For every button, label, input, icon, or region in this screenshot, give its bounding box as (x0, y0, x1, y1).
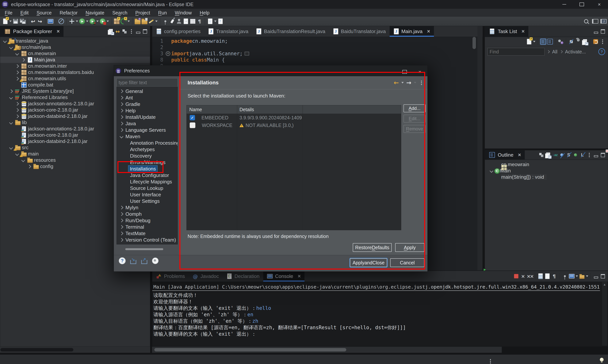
pref-item-gradle[interactable]: Gradle (117, 101, 178, 107)
menu-refactor[interactable]: Refactor (56, 10, 82, 16)
dropdown-caret-icon[interactable] (586, 275, 588, 277)
preferences-filter-input[interactable]: type filter text (116, 78, 178, 87)
menu-edit[interactable]: Edit (16, 10, 33, 16)
menu-help[interactable]: Help (196, 10, 213, 16)
hide-local-types-icon[interactable]: L (579, 151, 586, 159)
help-icon[interactable]: ? (598, 48, 605, 55)
pref-item-java-configurator[interactable]: Java Configurator (117, 172, 178, 179)
notification-bulb-icon[interactable] (598, 356, 605, 364)
pref-item-version-control-team-[interactable]: Version Control (Team) (117, 237, 178, 243)
chevron-closed-icon[interactable] (119, 96, 124, 99)
dropdown-caret-icon[interactable] (576, 275, 578, 277)
last-edit-icon[interactable] (207, 17, 214, 25)
tree-item-src-main-java[interactable]: src/main/java (0, 44, 150, 50)
remove-launch-icon[interactable]: × (520, 272, 527, 280)
chevron-closed-icon[interactable] (119, 219, 124, 222)
show-whitespace-icon[interactable]: ¶ (196, 17, 203, 25)
close-icon[interactable]: × (521, 28, 525, 34)
tree-item-cn-meowrain[interactable]: cn.meowrain (0, 50, 150, 57)
update-project-icon[interactable]: + (120, 17, 127, 25)
maximize-icon[interactable] (599, 272, 606, 280)
dropdown-caret-icon[interactable] (76, 21, 78, 22)
preferences-tree-hscrollbar[interactable] (125, 248, 163, 250)
column-details[interactable]: Details (237, 105, 303, 114)
back-icon[interactable]: ← (393, 79, 400, 87)
close-icon[interactable]: × (57, 28, 60, 34)
java-perspective-icon[interactable]: J (600, 17, 607, 25)
profile-icon[interactable] (99, 17, 106, 25)
dropdown-caret-icon[interactable] (107, 21, 109, 22)
find-input[interactable] (488, 48, 544, 55)
pref-item-user-settings[interactable]: User Settings (117, 198, 178, 204)
minimize-icon[interactable] (593, 27, 599, 35)
editor-tab-baidutranslationresult-java[interactable]: JBaiduTranslationResult.java (252, 26, 329, 37)
dropdown-caret-icon[interactable] (96, 21, 99, 22)
maximize-button[interactable] (573, 0, 591, 9)
chevron-closed-icon[interactable] (14, 103, 20, 105)
goto-bracket-icon[interactable] (217, 17, 224, 25)
pref-item-errors-warnings[interactable]: Errors/Warnings (117, 159, 178, 166)
maximize-icon[interactable] (142, 27, 148, 35)
pref-item-java[interactable]: Java (117, 120, 178, 127)
focus-active-icon[interactable] (121, 27, 128, 35)
search-icon[interactable] (583, 17, 590, 25)
chevron-closed-icon[interactable] (119, 122, 124, 125)
tab-outline[interactable]: Outline × (485, 150, 525, 159)
editor-tab-baidutranslator-java[interactable]: JBaiduTranslator.java (329, 26, 390, 37)
close-icon[interactable]: × (518, 152, 521, 158)
add-button[interactable]: Add... (403, 104, 426, 112)
chevron-open-icon[interactable] (8, 46, 14, 49)
export-prefs-icon[interactable]: ↗ (141, 257, 148, 265)
pref-item-ant[interactable]: Ant (117, 94, 178, 101)
outline-item-main[interactable]: C▶Main (485, 168, 608, 174)
chevron-closed-icon[interactable] (119, 129, 124, 131)
dropdown-caret-icon[interactable] (414, 82, 416, 83)
dropdown-caret-icon[interactable] (401, 82, 404, 83)
chevron-open-icon[interactable] (14, 52, 20, 55)
outline-item-main-string-void[interactable]: Smain(String[]) : void (485, 174, 608, 180)
menu-search[interactable]: Search (108, 10, 131, 16)
save-all-icon[interactable] (19, 17, 26, 25)
tab-task-list[interactable]: Task List × (485, 26, 528, 37)
editor-tab-config-properties[interactable]: config.properties (152, 26, 204, 37)
chevron-closed-icon[interactable] (119, 206, 124, 209)
new-java-package-icon[interactable]: + (113, 17, 120, 25)
column-name[interactable]: Name (187, 105, 237, 114)
pref-item-run-debug[interactable]: Run/Debug (117, 217, 178, 224)
remove-all-icon[interactable]: ×× (527, 272, 533, 280)
view-menu-icon[interactable] (128, 27, 135, 35)
record-icon[interactable] (152, 257, 159, 265)
chevron-open-icon[interactable] (14, 153, 20, 155)
tree-item-translator-java[interactable]: Jtranslator_java (0, 38, 150, 44)
dropdown-caret-icon[interactable] (9, 21, 12, 22)
menu-navigate[interactable]: Navigate (81, 10, 108, 16)
console-tab-javadoc[interactable]: @Javadoc (189, 271, 223, 282)
console-tab-console[interactable]: Console× (263, 271, 304, 282)
chevron-closed-icon[interactable] (119, 213, 124, 215)
editor-vertical-scrollbar[interactable] (472, 37, 476, 49)
tree-item-main-java[interactable]: JMain.java (0, 57, 150, 63)
menu-file[interactable]: File (1, 10, 16, 16)
close-icon[interactable]: × (298, 273, 301, 279)
maximize-icon[interactable] (599, 27, 606, 35)
clear-console-icon[interactable] (537, 272, 544, 280)
checkbox-checked-icon[interactable]: ✓ (190, 115, 195, 120)
hide-completed-icon[interactable] (568, 38, 575, 45)
apply-button[interactable]: Apply (395, 243, 424, 252)
chevron-open-icon[interactable] (20, 159, 26, 162)
chevron-closed-icon[interactable] (8, 90, 14, 92)
new-task-icon[interactable]: + (526, 38, 532, 45)
chevron-open-icon[interactable] (119, 135, 124, 138)
scheduled-icon[interactable] (547, 38, 554, 45)
chevron-open-icon[interactable] (8, 121, 14, 124)
save-icon[interactable] (12, 17, 19, 25)
chevron-open-icon[interactable] (8, 146, 14, 149)
chevron-open-icon[interactable] (2, 40, 8, 42)
chevron-closed-icon[interactable] (20, 59, 26, 61)
hide-non-public-icon[interactable] (572, 151, 579, 159)
console-tab-declaration[interactable]: Declaration (223, 271, 263, 282)
presentation-icon[interactable] (557, 38, 564, 45)
menu-run[interactable]: Run (154, 10, 171, 16)
restore-defaults-button[interactable]: Restore Defaults (353, 243, 392, 252)
chevron-closed-icon[interactable] (119, 90, 124, 92)
